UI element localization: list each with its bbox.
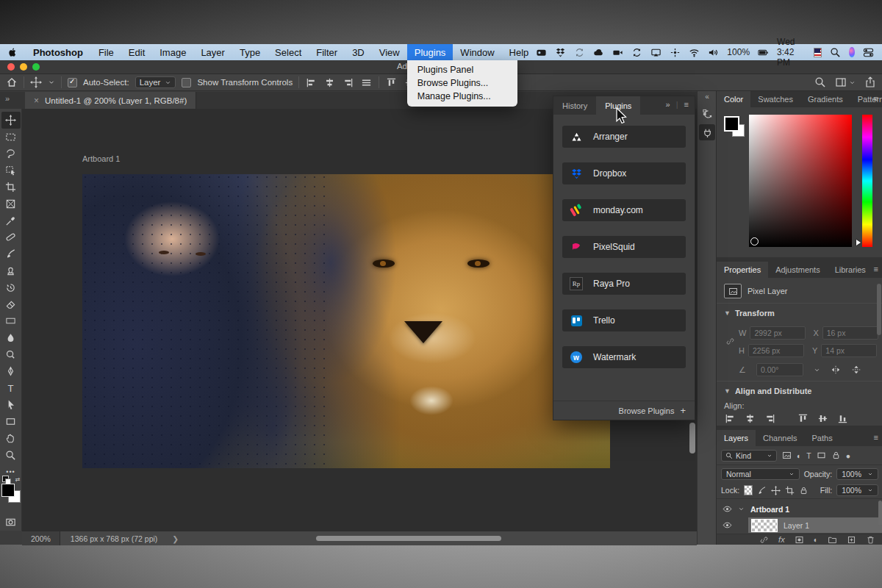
- tab-adjustments[interactable]: Adjustments: [768, 262, 828, 278]
- app-menu-photoshop[interactable]: Photoshop: [25, 44, 91, 60]
- align-section-header[interactable]: ▼ Align and Distribute: [724, 387, 882, 395]
- toolbar-expand-icon[interactable]: »: [5, 94, 10, 103]
- tool-rectangle-shape[interactable]: [1, 413, 21, 430]
- menu-item-plugins-panel[interactable]: Plugins Panel: [407, 63, 517, 76]
- tool-zoom[interactable]: [1, 447, 21, 464]
- tab-channels[interactable]: Channels: [756, 430, 804, 446]
- keyboard-nav-icon[interactable]: [670, 47, 681, 58]
- opacity-dropdown[interactable]: 100%: [836, 468, 878, 480]
- auto-select-target-dropdown[interactable]: Layer: [135, 76, 176, 88]
- input-source-flag-icon[interactable]: [814, 48, 822, 57]
- apple-menu[interactable]: [0, 44, 25, 60]
- visibility-eye-icon[interactable]: [723, 520, 732, 530]
- siri-icon[interactable]: [849, 47, 855, 57]
- tab-history[interactable]: History: [553, 96, 596, 115]
- cloud-icon[interactable]: [593, 47, 604, 58]
- blend-mode-dropdown[interactable]: Normal: [721, 468, 800, 480]
- color-picker-ring[interactable]: [750, 237, 759, 245]
- lock-image-pixels-icon[interactable]: [757, 486, 767, 495]
- browse-plugins-button[interactable]: Browse Plugins +: [553, 401, 695, 420]
- menu-file[interactable]: File: [91, 44, 121, 60]
- properties-scrollbar[interactable]: [877, 284, 881, 335]
- menu-help[interactable]: Help: [502, 44, 537, 60]
- tool-pen[interactable]: [1, 363, 21, 380]
- align-center-vertical-icon[interactable]: [817, 413, 829, 424]
- tool-frame[interactable]: [1, 196, 21, 212]
- swap-colors-icon[interactable]: ⇄: [15, 476, 21, 483]
- panel-menu-icon[interactable]: ≡: [874, 94, 878, 103]
- menu-view[interactable]: View: [372, 44, 407, 60]
- lock-transparent-pixels-icon[interactable]: [744, 485, 753, 495]
- plugin-monday[interactable]: monday.com: [562, 199, 686, 221]
- width-field[interactable]: 2992 px: [750, 326, 806, 340]
- link-dimensions-icon[interactable]: [725, 337, 735, 346]
- wifi-icon[interactable]: [689, 47, 700, 58]
- plugin-watermark[interactable]: w Watermark: [562, 346, 686, 368]
- menu-select[interactable]: Select: [268, 44, 309, 60]
- new-layer-icon[interactable]: [847, 535, 856, 545]
- menu-item-browse-plugins[interactable]: Browse Plugins...: [407, 76, 517, 90]
- align-center-horizontal-icon[interactable]: [323, 77, 336, 88]
- align-top-icon[interactable]: [797, 413, 809, 424]
- justify-icon[interactable]: [360, 77, 373, 88]
- color-field[interactable]: [749, 115, 852, 247]
- link-layers-icon[interactable]: [759, 535, 769, 545]
- tool-history-brush[interactable]: [1, 279, 21, 296]
- add-layer-mask-icon[interactable]: [795, 535, 804, 545]
- menu-type[interactable]: Type: [232, 44, 268, 60]
- filter-smart-objects-icon[interactable]: [831, 451, 841, 460]
- tool-path-selection[interactable]: [1, 397, 21, 414]
- chevron-down-icon[interactable]: [48, 76, 55, 88]
- align-center-horizontal-icon[interactable]: [744, 413, 756, 424]
- airplay-icon[interactable]: [650, 47, 662, 58]
- backup-status-icon[interactable]: [574, 47, 585, 58]
- plugins-panel-icon[interactable]: [699, 124, 715, 140]
- canvas-vertical-scrollbar[interactable]: [689, 423, 695, 453]
- menu-filter[interactable]: Filter: [309, 44, 345, 60]
- menu-image[interactable]: Image: [152, 44, 193, 60]
- tool-lasso[interactable]: [1, 146, 21, 162]
- visibility-eye-icon[interactable]: [723, 504, 732, 514]
- history-panel-icon[interactable]: [699, 105, 715, 121]
- tab-color[interactable]: Color: [717, 91, 750, 107]
- chevron-down-icon[interactable]: [738, 506, 745, 512]
- panel-menu-icon[interactable]: ≡: [874, 433, 878, 442]
- tool-blur[interactable]: [1, 329, 21, 346]
- tool-brush[interactable]: [1, 245, 21, 262]
- filter-toggle-icon[interactable]: ●: [846, 451, 850, 460]
- layer-thumbnail[interactable]: [751, 519, 778, 532]
- new-group-icon[interactable]: [828, 535, 837, 545]
- tool-rectangular-marquee[interactable]: [1, 129, 21, 146]
- artboard-label[interactable]: Artboard 1: [82, 154, 120, 163]
- tab-paths[interactable]: Paths: [805, 430, 840, 446]
- rotation-field[interactable]: 0.00°: [756, 363, 803, 376]
- layer-row-layer1[interactable]: Layer 1: [717, 517, 882, 533]
- tool-type[interactable]: T: [1, 380, 21, 397]
- lock-artboard-icon[interactable]: [785, 486, 795, 495]
- hue-slider[interactable]: [862, 115, 872, 247]
- menu-plugins[interactable]: Plugins Plugins Panel Browse Plugins... …: [407, 44, 453, 60]
- auto-select-checkbox[interactable]: [68, 78, 77, 87]
- spotlight-icon[interactable]: [830, 47, 841, 58]
- tool-eraser[interactable]: [1, 296, 21, 313]
- tool-object-selection[interactable]: [1, 162, 21, 179]
- align-left-icon[interactable]: [724, 413, 736, 424]
- lock-all-icon[interactable]: [799, 486, 808, 495]
- align-top-icon[interactable]: [385, 77, 398, 88]
- x-field[interactable]: 16 px: [822, 326, 878, 340]
- menu-edit[interactable]: Edit: [121, 44, 152, 60]
- screen-mirroring-icon[interactable]: [536, 47, 547, 58]
- status-options-icon[interactable]: ❯: [168, 534, 183, 543]
- tool-spot-healing-brush[interactable]: [1, 229, 21, 246]
- video-camera-icon[interactable]: [612, 47, 623, 58]
- volume-icon[interactable]: [708, 47, 719, 58]
- quick-mask-icon[interactable]: [1, 514, 21, 531]
- expand-panels-icon[interactable]: «: [705, 93, 709, 101]
- layer-filter-dropdown[interactable]: Kind: [721, 450, 777, 462]
- align-left-icon[interactable]: [305, 77, 318, 88]
- collapse-panel-icon[interactable]: »: [666, 100, 670, 109]
- tab-layers[interactable]: Layers: [717, 430, 756, 446]
- align-right-icon[interactable]: [764, 413, 776, 424]
- dropbox-status-icon[interactable]: [555, 47, 566, 58]
- plugin-pixelsquid[interactable]: PixelSquid: [562, 236, 686, 258]
